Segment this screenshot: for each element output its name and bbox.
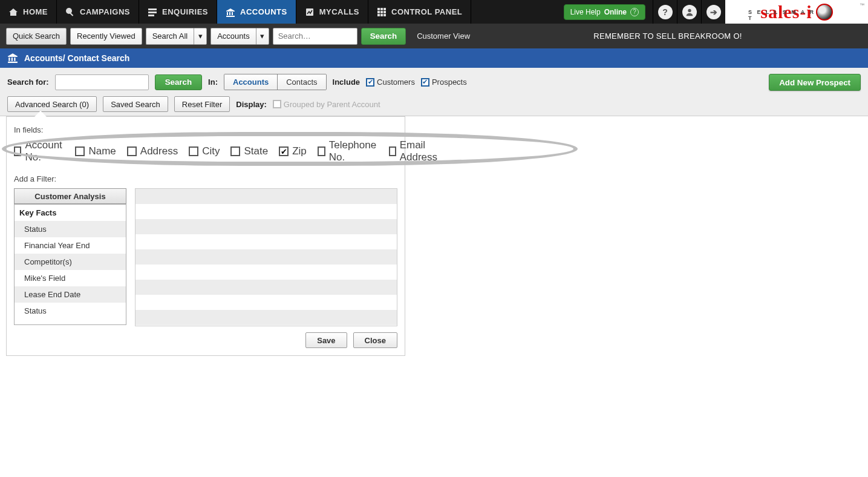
page-title: Accounts/ Contact Search <box>24 53 129 63</box>
quick-search-button[interactable]: Quick Search <box>6 28 67 45</box>
nav-label: CONTROL PANEL <box>391 7 462 16</box>
chevron-down-icon[interactable]: ▾ <box>194 28 207 45</box>
svg-rect-12 <box>377 14 380 16</box>
field-checkbox-email-address[interactable]: Email Address <box>389 139 440 163</box>
nav-control-panel[interactable]: CONTROL PANEL <box>368 0 471 24</box>
display-label: Display: <box>236 100 267 109</box>
field-checkbox-account-no-[interactable]: Account No. <box>14 139 64 163</box>
calls-icon <box>305 7 315 17</box>
key-fact-item[interactable]: Competitor(s) <box>15 254 126 270</box>
checkbox-icon <box>318 146 325 156</box>
logout-button[interactable]: ➔ <box>701 0 725 24</box>
in-fields-row: Account No.NameAddressCityStateZipTeleph… <box>14 139 397 163</box>
field-checkbox-address[interactable]: Address <box>127 145 178 157</box>
checkbox-icon <box>75 146 85 156</box>
search-all-label[interactable]: Search All <box>146 28 194 45</box>
checkbox-icon <box>389 146 396 156</box>
key-fact-item[interactable]: Status <box>15 303 126 319</box>
field-checkbox-city[interactable]: City <box>189 145 220 157</box>
field-label: Address <box>140 145 178 157</box>
checkbox-icon <box>127 146 137 156</box>
svg-rect-3 <box>148 12 157 13</box>
customer-view-link[interactable]: Customer View <box>417 31 470 41</box>
save-button[interactable]: Save <box>305 332 347 348</box>
nav-label: HOME <box>23 7 48 16</box>
key-fact-item[interactable]: Status <box>15 221 126 237</box>
tab-accounts[interactable]: Accounts <box>224 74 277 90</box>
user-icon <box>682 5 697 19</box>
svg-rect-11 <box>383 11 386 13</box>
customer-analysis-tab[interactable]: Customer Analysis <box>14 188 126 204</box>
svg-point-15 <box>688 8 691 12</box>
checkbox-icon <box>421 78 429 87</box>
recently-viewed-button[interactable]: Recently Viewed <box>70 28 142 45</box>
reset-filter-button[interactable]: Reset Filter <box>174 96 230 112</box>
field-label: Telephone No. <box>329 139 379 163</box>
nav-label: ACCOUNTS <box>240 7 287 16</box>
top-nav: HOME CAMPAIGNS ENQUIRIES ACCOUNTS MYCALL… <box>0 0 868 24</box>
search-for-input[interactable] <box>55 74 149 90</box>
grouped-label: Grouped by Parent Account <box>284 100 380 109</box>
tab-contacts[interactable]: Contacts <box>277 74 325 90</box>
svg-rect-14 <box>383 14 386 16</box>
add-new-prospect-button[interactable]: Add New Prospect <box>769 74 861 91</box>
field-checkbox-state[interactable]: State <box>230 145 268 157</box>
checkbox-icon <box>366 78 374 87</box>
bank-icon <box>7 52 18 65</box>
advanced-search-panel: In fields: Account No.NameAddressCitySta… <box>6 116 405 356</box>
live-help-button[interactable]: Live Help Online ? <box>564 4 645 20</box>
brand-logo: sales-i S E L L S M A R T ™ <box>725 0 868 24</box>
checkbox-icon <box>189 146 198 156</box>
help-small-icon: ? <box>630 8 639 16</box>
field-checkbox-name[interactable]: Name <box>75 145 116 157</box>
field-label: Name <box>88 145 116 157</box>
quick-search-input[interactable] <box>273 28 357 45</box>
field-checkbox-zip[interactable]: Zip <box>279 145 307 157</box>
nav-mycalls[interactable]: MYCALLS <box>296 0 368 24</box>
live-help-prefix: Live Help <box>570 8 601 16</box>
in-fields-label: In fields: <box>14 125 397 134</box>
close-button[interactable]: Close <box>353 332 397 348</box>
advanced-search-button[interactable]: Advanced Search (0) <box>7 96 97 112</box>
nav-accounts[interactable]: ACCOUNTS <box>217 0 296 24</box>
nav-label: MYCALLS <box>319 7 359 16</box>
accounts-scope-dropdown[interactable]: Accounts ▾ <box>210 28 269 45</box>
grouped-checkbox[interactable]: Grouped by Parent Account <box>273 100 380 109</box>
logo-tagline: S E L L S M A R T <box>748 9 820 21</box>
field-checkbox-telephone-no-[interactable]: Telephone No. <box>318 139 378 163</box>
include-customers-checkbox[interactable]: Customers <box>366 77 415 87</box>
include-prospects-checkbox[interactable]: Prospects <box>421 77 467 87</box>
nav-home[interactable]: HOME <box>0 0 57 24</box>
key-fact-item[interactable]: Financial Year End <box>15 237 126 254</box>
search-for-label: Search for: <box>7 77 49 87</box>
svg-rect-13 <box>380 14 383 16</box>
accounts-scope-label[interactable]: Accounts <box>210 28 255 45</box>
trademark: ™ <box>860 2 864 8</box>
profile-button[interactable] <box>677 0 701 24</box>
campaign-icon <box>65 7 75 17</box>
saved-search-button[interactable]: Saved Search <box>103 96 168 112</box>
key-fact-item[interactable]: Mike's Field <box>15 270 126 286</box>
in-tabgroup: Accounts Contacts <box>224 74 327 90</box>
key-facts-header: Key Facts <box>15 205 126 221</box>
help-button[interactable]: ? <box>653 0 677 24</box>
svg-rect-6 <box>377 8 380 10</box>
arrow-right-icon: ➔ <box>706 5 721 19</box>
nav-campaigns[interactable]: CAMPAIGNS <box>57 0 139 24</box>
nav-enquiries[interactable]: ENQUIRIES <box>139 0 217 24</box>
field-label: State <box>244 145 268 157</box>
grid-icon <box>377 7 387 17</box>
key-fact-item[interactable]: Lease End Date <box>15 286 126 303</box>
chevron-down-icon[interactable]: ▾ <box>256 28 269 45</box>
quick-search-submit[interactable]: Search <box>361 28 406 45</box>
search-button[interactable]: Search <box>155 74 202 90</box>
key-facts-list[interactable]: Key Facts StatusFinancial Year EndCompet… <box>14 204 126 325</box>
field-label: City <box>202 145 220 157</box>
bank-icon <box>226 7 235 17</box>
svg-rect-1 <box>70 13 74 16</box>
field-label: Zip <box>292 145 307 157</box>
field-label: Email Address <box>400 139 440 163</box>
search-all-dropdown[interactable]: Search All ▾ <box>146 28 207 45</box>
add-filter-label: Add a Filter: <box>14 174 397 183</box>
filter-values-area <box>135 188 397 326</box>
